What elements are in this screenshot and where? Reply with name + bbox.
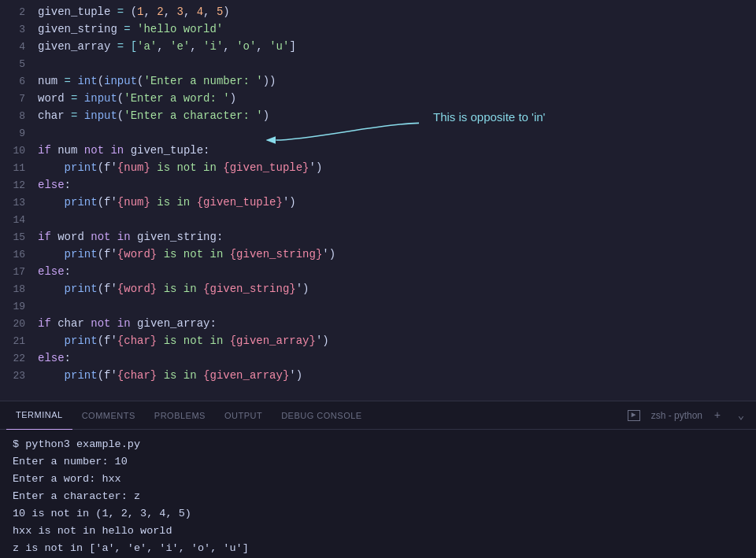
code-line: 17else: — [0, 263, 756, 280]
code-lines: 2given_tuple = (1, 2, 3, 4, 5)3given_str… — [0, 0, 756, 387]
terminal-line: $ python3 example.py — [13, 436, 743, 453]
terminal-tabs: TERMINAL COMMENTS PROBLEMS OUTPUT DEBUG … — [0, 401, 756, 430]
tab-debug-console[interactable]: DEBUG CONSOLE — [272, 401, 371, 430]
code-line: 20if char not in given_array: — [0, 315, 756, 332]
line-content: given_tuple = (1, 2, 3, 4, 5) — [38, 3, 756, 20]
code-line: 8char = input('Enter a character: ') — [0, 107, 756, 124]
line-number: 2 — [0, 4, 38, 21]
line-content — [38, 124, 756, 142]
line-content: word = input('Enter a word: ') — [38, 90, 756, 107]
line-content: else: — [38, 263, 756, 280]
line-number: 5 — [0, 56, 38, 73]
code-line: 9 — [0, 124, 756, 142]
terminal-icon: ► — [628, 410, 640, 421]
line-content: given_string = 'hello world' — [38, 20, 756, 38]
line-number: 15 — [0, 229, 38, 246]
code-line: 6num = int(input('Enter a number: ')) — [0, 72, 756, 90]
terminal-line: 10 is not in (1, 2, 3, 4, 5) — [13, 505, 743, 523]
terminal-line: hxx is not in hello world — [13, 523, 743, 540]
terminal-line: Enter a word: hxx — [13, 471, 743, 488]
line-number: 18 — [0, 281, 38, 298]
line-content: if num not in given_tuple: — [38, 142, 756, 159]
code-line: 18 print(f'{word} is in {given_string}') — [0, 280, 756, 297]
line-number: 12 — [0, 177, 38, 194]
line-number: 19 — [0, 298, 38, 316]
line-content: char = input('Enter a character: ') — [38, 107, 756, 124]
line-number: 3 — [0, 21, 38, 39]
line-content: print(f'{word} is not in {given_string}'… — [38, 246, 756, 263]
code-line: 16 print(f'{word} is not in {given_strin… — [0, 246, 756, 263]
terminal-content: $ python3 example.pyEnter a number: 10En… — [0, 430, 756, 558]
line-number: 9 — [0, 125, 38, 142]
line-content — [38, 55, 756, 72]
code-line: 22else: — [0, 349, 756, 367]
code-line: 4given_array = ['a', 'e', 'i', 'o', 'u'] — [0, 38, 756, 55]
code-line: 10if num not in given_tuple: — [0, 142, 756, 159]
terminal-line: Enter a character: z — [13, 488, 743, 505]
tab-comments[interactable]: COMMENTS — [72, 401, 145, 430]
code-line: 5 — [0, 55, 756, 72]
code-line: 2given_tuple = (1, 2, 3, 4, 5) — [0, 3, 756, 20]
line-content — [38, 297, 756, 315]
code-line: 12else: — [0, 176, 756, 194]
line-content: else: — [38, 176, 756, 194]
line-content: print(f'{num} is not in {given_tuple}') — [38, 159, 756, 176]
line-number: 20 — [0, 316, 38, 333]
line-content: if char not in given_array: — [38, 315, 756, 332]
tab-terminal[interactable]: TERMINAL — [6, 401, 72, 430]
line-number: 22 — [0, 350, 38, 368]
line-content: if word not in given_string: — [38, 228, 756, 246]
line-content — [38, 211, 756, 228]
code-editor: 2given_tuple = (1, 2, 3, 4, 5)3given_str… — [0, 0, 756, 401]
line-number: 16 — [0, 246, 38, 264]
shell-title: zsh - python — [651, 410, 702, 421]
line-content: given_array = ['a', 'e', 'i', 'o', 'u'] — [38, 38, 756, 55]
line-content: print(f'{char} is in {given_array}') — [38, 367, 756, 384]
terminal-controls: ► zsh - python + ⌄ — [628, 407, 750, 424]
code-line: 13 print(f'{num} is in {given_tuple}') — [0, 194, 756, 211]
line-content: print(f'{char} is not in {given_array}') — [38, 332, 756, 349]
line-content: print(f'{num} is in {given_tuple}') — [38, 194, 756, 211]
code-line: 11 print(f'{num} is not in {given_tuple}… — [0, 159, 756, 176]
code-line: 15if word not in given_string: — [0, 228, 756, 246]
line-number: 14 — [0, 212, 38, 229]
line-number: 7 — [0, 91, 38, 108]
terminal-line: Enter a number: 10 — [13, 453, 743, 471]
line-content: print(f'{word} is in {given_string}') — [38, 280, 756, 297]
line-number: 6 — [0, 73, 38, 91]
code-line: 21 print(f'{char} is not in {given_array… — [0, 332, 756, 349]
add-terminal-button[interactable]: + — [709, 407, 726, 424]
tab-output[interactable]: OUTPUT — [215, 401, 272, 430]
code-line: 19 — [0, 297, 756, 315]
terminal-line: z is not in ['a', 'e', 'i', 'o', 'u'] — [13, 540, 743, 557]
code-line: 3given_string = 'hello world' — [0, 20, 756, 38]
line-number: 23 — [0, 368, 38, 385]
line-number: 13 — [0, 194, 38, 212]
line-number: 11 — [0, 160, 38, 177]
code-line: 14 — [0, 211, 756, 228]
line-content: else: — [38, 349, 756, 367]
line-number: 21 — [0, 333, 38, 350]
code-line: 23 print(f'{char} is in {given_array}') — [0, 367, 756, 384]
line-content: num = int(input('Enter a number: ')) — [38, 72, 756, 90]
terminal-panel: TERMINAL COMMENTS PROBLEMS OUTPUT DEBUG … — [0, 401, 756, 558]
line-number: 8 — [0, 108, 38, 125]
code-line: 7word = input('Enter a word: ') — [0, 90, 756, 107]
line-number: 10 — [0, 142, 38, 160]
terminal-chevron-button[interactable]: ⌄ — [732, 407, 750, 424]
line-number: 17 — [0, 264, 38, 281]
line-number: 4 — [0, 39, 38, 56]
tab-problems[interactable]: PROBLEMS — [145, 401, 215, 430]
